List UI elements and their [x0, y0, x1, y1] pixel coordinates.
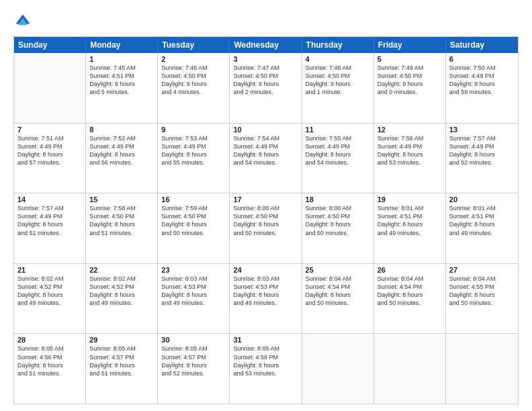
weekday-header: Saturday	[446, 37, 518, 53]
calendar-day-26: 26Sunrise: 8:04 AM Sunset: 4:54 PM Dayli…	[374, 264, 446, 334]
day-number: 21	[17, 266, 82, 274]
calendar-empty-cell	[446, 334, 518, 404]
calendar-day-23: 23Sunrise: 8:03 AM Sunset: 4:53 PM Dayli…	[158, 264, 230, 334]
calendar-header: SundayMondayTuesdayWednesdayThursdayFrid…	[14, 37, 518, 53]
day-info: Sunrise: 8:03 AM Sunset: 4:53 PM Dayligh…	[161, 275, 226, 308]
day-number: 6	[449, 55, 515, 63]
day-number: 25	[306, 266, 370, 274]
day-info: Sunrise: 7:56 AM Sunset: 4:49 PM Dayligh…	[378, 134, 442, 167]
calendar-day-20: 20Sunrise: 8:01 AM Sunset: 4:51 PM Dayli…	[446, 193, 518, 263]
calendar-empty-cell	[302, 334, 374, 404]
day-number: 29	[89, 336, 154, 344]
calendar-day-29: 29Sunrise: 8:05 AM Sunset: 4:57 PM Dayli…	[86, 334, 158, 404]
day-number: 22	[89, 266, 154, 274]
calendar-empty-cell	[14, 53, 86, 123]
day-number: 19	[378, 195, 442, 203]
day-info: Sunrise: 7:59 AM Sunset: 4:50 PM Dayligh…	[161, 204, 226, 237]
weekday-header: Thursday	[302, 37, 374, 53]
calendar-day-27: 27Sunrise: 8:04 AM Sunset: 4:55 PM Dayli…	[446, 264, 518, 334]
day-info: Sunrise: 7:50 AM Sunset: 4:49 PM Dayligh…	[449, 64, 515, 97]
day-number: 20	[449, 195, 515, 203]
calendar-day-4: 4Sunrise: 7:48 AM Sunset: 4:50 PM Daylig…	[302, 53, 374, 123]
calendar-day-14: 14Sunrise: 7:57 AM Sunset: 4:49 PM Dayli…	[14, 193, 86, 263]
day-number: 5	[378, 55, 442, 63]
day-number: 7	[17, 126, 82, 134]
day-number: 30	[161, 336, 226, 344]
calendar-day-13: 13Sunrise: 7:57 AM Sunset: 4:49 PM Dayli…	[446, 124, 518, 193]
day-info: Sunrise: 8:04 AM Sunset: 4:54 PM Dayligh…	[306, 275, 370, 308]
day-number: 16	[161, 195, 226, 203]
calendar-row: 28Sunrise: 8:05 AM Sunset: 4:56 PM Dayli…	[14, 333, 518, 404]
calendar-day-15: 15Sunrise: 7:58 AM Sunset: 4:50 PM Dayli…	[86, 193, 158, 263]
day-number: 27	[449, 266, 515, 274]
day-info: Sunrise: 7:57 AM Sunset: 4:49 PM Dayligh…	[449, 134, 515, 167]
calendar-day-18: 18Sunrise: 8:00 AM Sunset: 4:50 PM Dayli…	[302, 193, 374, 263]
day-info: Sunrise: 8:00 AM Sunset: 4:50 PM Dayligh…	[233, 204, 298, 237]
day-number: 13	[449, 126, 515, 134]
calendar-day-17: 17Sunrise: 8:00 AM Sunset: 4:50 PM Dayli…	[230, 193, 302, 263]
day-number: 26	[378, 266, 442, 274]
calendar-row: 14Sunrise: 7:57 AM Sunset: 4:49 PM Dayli…	[14, 193, 518, 263]
day-info: Sunrise: 7:55 AM Sunset: 4:49 PM Dayligh…	[306, 134, 370, 167]
weekday-header: Sunday	[14, 37, 86, 53]
header	[13, 12, 519, 31]
weekday-header: Friday	[374, 37, 446, 53]
calendar-day-21: 21Sunrise: 8:02 AM Sunset: 4:52 PM Dayli…	[14, 264, 86, 334]
calendar-day-3: 3Sunrise: 7:47 AM Sunset: 4:50 PM Daylig…	[230, 53, 302, 123]
day-number: 17	[233, 195, 298, 203]
day-number: 1	[89, 55, 154, 63]
day-number: 15	[89, 195, 154, 203]
weekday-header: Tuesday	[158, 37, 230, 53]
day-info: Sunrise: 7:53 AM Sunset: 4:49 PM Dayligh…	[161, 134, 226, 167]
calendar-row: 21Sunrise: 8:02 AM Sunset: 4:52 PM Dayli…	[14, 263, 518, 334]
calendar-day-12: 12Sunrise: 7:56 AM Sunset: 4:49 PM Dayli…	[374, 124, 446, 193]
calendar-day-7: 7Sunrise: 7:51 AM Sunset: 4:49 PM Daylig…	[14, 124, 86, 193]
calendar-day-22: 22Sunrise: 8:02 AM Sunset: 4:52 PM Dayli…	[86, 264, 158, 334]
day-number: 24	[233, 266, 298, 274]
day-info: Sunrise: 8:02 AM Sunset: 4:52 PM Dayligh…	[89, 275, 154, 308]
day-info: Sunrise: 7:57 AM Sunset: 4:49 PM Dayligh…	[17, 204, 82, 237]
day-info: Sunrise: 8:00 AM Sunset: 4:50 PM Dayligh…	[306, 204, 370, 237]
calendar-day-10: 10Sunrise: 7:54 AM Sunset: 4:49 PM Dayli…	[230, 124, 302, 193]
weekday-header: Wednesday	[230, 37, 302, 53]
weekday-header: Monday	[86, 37, 158, 53]
day-info: Sunrise: 8:04 AM Sunset: 4:54 PM Dayligh…	[378, 275, 442, 308]
day-number: 31	[233, 336, 298, 344]
day-info: Sunrise: 7:54 AM Sunset: 4:49 PM Dayligh…	[233, 134, 298, 167]
day-number: 11	[306, 126, 370, 134]
calendar-day-31: 31Sunrise: 8:05 AM Sunset: 4:58 PM Dayli…	[230, 334, 302, 404]
day-info: Sunrise: 8:03 AM Sunset: 4:53 PM Dayligh…	[233, 275, 298, 308]
day-number: 23	[161, 266, 226, 274]
calendar-row: 7Sunrise: 7:51 AM Sunset: 4:49 PM Daylig…	[14, 123, 518, 193]
calendar-day-28: 28Sunrise: 8:05 AM Sunset: 4:56 PM Dayli…	[14, 334, 86, 404]
calendar-day-30: 30Sunrise: 8:05 AM Sunset: 4:57 PM Dayli…	[158, 334, 230, 404]
day-info: Sunrise: 7:51 AM Sunset: 4:49 PM Dayligh…	[17, 134, 82, 167]
calendar-day-2: 2Sunrise: 7:46 AM Sunset: 4:50 PM Daylig…	[158, 53, 230, 123]
day-number: 10	[233, 126, 298, 134]
calendar: SundayMondayTuesdayWednesdayThursdayFrid…	[13, 36, 519, 404]
day-info: Sunrise: 7:47 AM Sunset: 4:50 PM Dayligh…	[233, 64, 298, 97]
calendar-day-9: 9Sunrise: 7:53 AM Sunset: 4:49 PM Daylig…	[158, 124, 230, 193]
day-info: Sunrise: 8:01 AM Sunset: 4:51 PM Dayligh…	[449, 204, 515, 237]
calendar-day-5: 5Sunrise: 7:49 AM Sunset: 4:50 PM Daylig…	[374, 53, 446, 123]
day-info: Sunrise: 8:01 AM Sunset: 4:51 PM Dayligh…	[378, 204, 442, 237]
day-info: Sunrise: 8:04 AM Sunset: 4:55 PM Dayligh…	[449, 275, 515, 308]
calendar-day-6: 6Sunrise: 7:50 AM Sunset: 4:49 PM Daylig…	[446, 53, 518, 123]
day-info: Sunrise: 8:05 AM Sunset: 4:58 PM Dayligh…	[233, 345, 298, 377]
day-number: 4	[306, 55, 370, 63]
calendar-day-19: 19Sunrise: 8:01 AM Sunset: 4:51 PM Dayli…	[374, 193, 446, 263]
day-number: 18	[306, 195, 370, 203]
day-info: Sunrise: 7:45 AM Sunset: 4:51 PM Dayligh…	[89, 64, 154, 97]
calendar-day-24: 24Sunrise: 8:03 AM Sunset: 4:53 PM Dayli…	[230, 264, 302, 334]
day-info: Sunrise: 7:48 AM Sunset: 4:50 PM Dayligh…	[306, 64, 370, 97]
day-info: Sunrise: 7:49 AM Sunset: 4:50 PM Dayligh…	[378, 64, 442, 97]
day-info: Sunrise: 8:05 AM Sunset: 4:56 PM Dayligh…	[17, 345, 82, 377]
logo-icon	[13, 12, 32, 31]
day-number: 3	[233, 55, 298, 63]
day-number: 2	[161, 55, 226, 63]
day-number: 8	[89, 126, 154, 134]
day-number: 28	[17, 336, 82, 344]
day-info: Sunrise: 8:05 AM Sunset: 4:57 PM Dayligh…	[161, 345, 226, 377]
calendar-day-8: 8Sunrise: 7:52 AM Sunset: 4:49 PM Daylig…	[86, 124, 158, 193]
day-info: Sunrise: 7:46 AM Sunset: 4:50 PM Dayligh…	[161, 64, 226, 97]
